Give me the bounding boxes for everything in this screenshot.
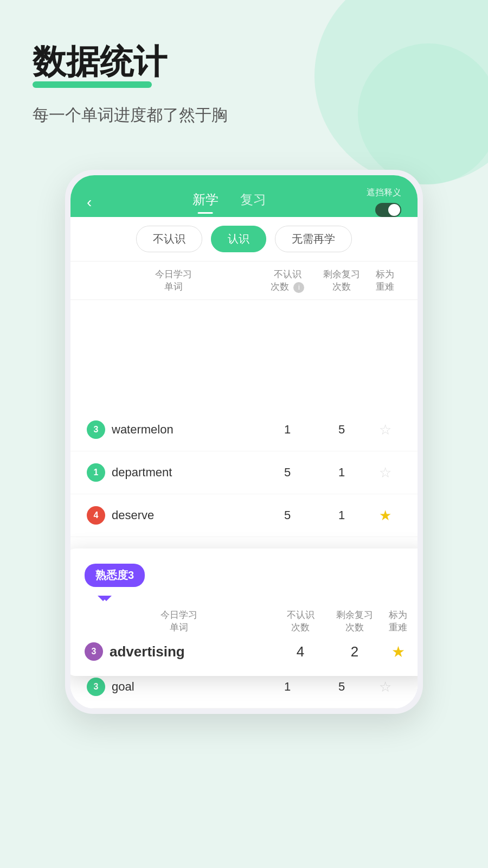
word-text: watermelon — [112, 423, 174, 437]
remain-count: 1 — [314, 508, 369, 522]
word-row: 1 department 5 1 ☆ — [70, 451, 418, 494]
word-row: 4 deserve 5 1 ★ — [70, 494, 418, 537]
star-cell[interactable]: ☆ — [369, 422, 401, 438]
header-right: 遮挡释义 — [367, 187, 401, 217]
level-badge: 4 — [87, 506, 105, 525]
toggle-knob — [388, 204, 400, 216]
header-remain: 剩余复习 次数 — [314, 268, 369, 293]
star-empty-icon[interactable]: ☆ — [379, 422, 391, 438]
header-today-study: 今日学习 单词 — [87, 268, 260, 293]
phone-inner: ‹ 新学 复习 遮挡释义 不认识 认识 无需再学 — [70, 175, 418, 709]
remain-count: 1 — [314, 465, 369, 480]
header-section: 数据统计 每一个单词进度都了然于胸 — [0, 0, 488, 137]
header-mark: 标为 重难 — [369, 268, 401, 293]
word-text: department — [112, 465, 172, 480]
word-text: deserve — [112, 508, 154, 522]
info-icon: i — [293, 282, 304, 293]
phone-mockup: ‹ 新学 复习 遮挡释义 不认识 认识 无需再学 — [65, 170, 423, 714]
word-info: 1 department — [87, 463, 260, 482]
word-info: 3 watermelon — [87, 420, 260, 439]
page-title: 数据统计 — [33, 43, 455, 80]
word-info: 4 deserve — [87, 506, 260, 525]
back-button[interactable]: ‹ — [87, 194, 92, 211]
unrecognized-count: 5 — [260, 508, 314, 522]
tab-container: 新学 复习 — [192, 191, 266, 214]
tooltip-level-badge: 3 — [85, 642, 103, 661]
star-cell[interactable]: ☆ — [369, 464, 401, 481]
title-underline — [33, 81, 152, 88]
remain-count: 5 — [314, 680, 369, 694]
filter-tabs: 不认识 认识 无需再学 — [70, 217, 418, 261]
phone-wrapper: ‹ 新学 复习 遮挡释义 不认识 认识 无需再学 — [0, 170, 488, 714]
unrecognized-count: 5 — [260, 465, 314, 480]
tooltip-unrecognized-count: 4 — [273, 643, 328, 660]
hide-meaning-label: 遮挡释义 — [367, 187, 401, 199]
toggle-switch[interactable] — [375, 203, 401, 217]
unrecognized-count: 1 — [260, 680, 314, 694]
tooltip-card: 熟悉度3 今日学习 单词 不认识 次数 — [70, 548, 418, 676]
table-header: 今日学习 单词 不认识 次数 i 剩余复习 次数 标为 重难 — [70, 261, 418, 300]
tooltip-word-info: 3 advertising — [85, 642, 273, 661]
filter-known[interactable]: 认识 — [211, 226, 266, 252]
word-text: goal — [112, 680, 134, 694]
tooltip-arrow — [98, 596, 108, 601]
tooltip-main-row: 3 advertising 4 2 ★ — [85, 642, 414, 661]
remain-count: 5 — [314, 423, 369, 437]
star-empty-icon[interactable]: ☆ — [379, 464, 391, 481]
word-info: 3 goal — [87, 678, 260, 696]
level-badge: 3 — [87, 678, 105, 696]
header-unrecognized: 不认识 次数 i — [260, 268, 314, 293]
star-cell[interactable]: ★ — [369, 507, 401, 524]
word-row: 3 watermelon 1 5 ☆ — [70, 409, 418, 451]
star-filled-icon[interactable]: ★ — [379, 507, 391, 524]
tooltip-word: advertising — [110, 643, 185, 660]
star-empty-icon[interactable]: ☆ — [379, 679, 391, 695]
level-badge: 3 — [87, 420, 105, 439]
unrecognized-count: 1 — [260, 423, 314, 437]
tooltip-star[interactable]: ★ — [382, 643, 414, 661]
tab-new[interactable]: 新学 — [192, 191, 219, 214]
level-badge: 1 — [87, 463, 105, 482]
tooltip-tag: 熟悉度3 — [85, 564, 145, 587]
filter-unknown[interactable]: 不认识 — [136, 226, 202, 252]
subtitle: 每一个单词进度都了然于胸 — [33, 104, 455, 126]
tooltip-container: 熟悉度3 今日学习 单词 不认识 次数 — [70, 409, 418, 709]
filter-no-need[interactable]: 无需再学 — [275, 226, 352, 252]
star-cell[interactable]: ☆ — [369, 679, 401, 695]
tooltip-remain-count: 2 — [328, 643, 382, 660]
app-header: ‹ 新学 复习 遮挡释义 — [70, 175, 418, 217]
tab-review[interactable]: 复习 — [240, 191, 266, 214]
tooltip-row-header: 今日学习 单词 不认识 次数 剩余复习 次数 标为 — [85, 604, 414, 638]
